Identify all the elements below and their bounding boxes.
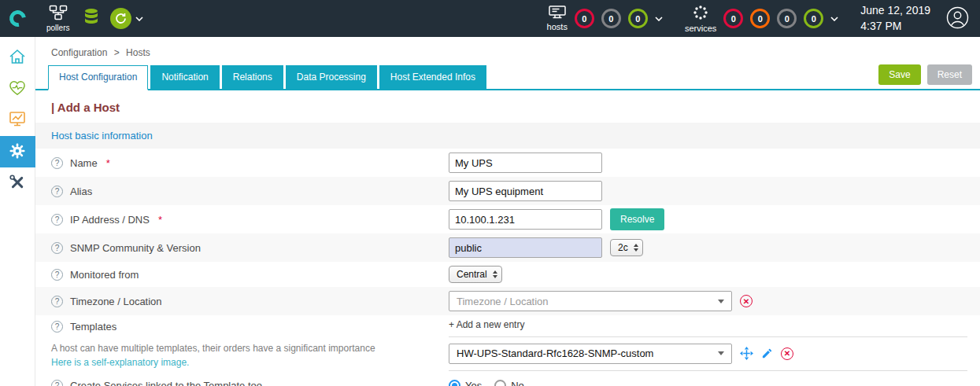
delete-circle-icon[interactable]: ✕ <box>740 295 753 307</box>
user-icon <box>946 6 969 31</box>
snmp-version-value: 2c <box>618 242 628 253</box>
required-asterisk: * <box>158 214 162 226</box>
templates-note: A host can have multiple templates, thei… <box>51 341 375 369</box>
services-unknown-badge[interactable]: 0 <box>777 9 797 28</box>
monitored-from-value: Central <box>457 269 487 280</box>
alias-label: Alias <box>70 186 92 197</box>
hosts-status-group: hosts 0 0 0 <box>547 6 663 31</box>
help-icon[interactable]: ? <box>51 186 63 197</box>
form-row-template-entry: A host can have multiple templates, thei… <box>35 337 980 373</box>
pencil-icon[interactable] <box>761 347 773 359</box>
sync-icon <box>110 8 131 29</box>
services-status-group: services 0 0 0 0 <box>685 5 838 33</box>
templates-label: Templates <box>70 321 116 333</box>
tab-host-extended-infos[interactable]: Host Extended Infos <box>379 65 486 89</box>
help-icon[interactable]: ? <box>51 380 63 386</box>
monitored-from-select[interactable]: Central <box>449 266 502 283</box>
database-icon <box>83 8 99 29</box>
centreon-logo[interactable] <box>0 0 35 37</box>
home-icon <box>9 49 26 67</box>
sidebar-item-reporting[interactable] <box>0 105 35 136</box>
help-icon[interactable]: ? <box>51 157 63 169</box>
name-input[interactable] <box>449 153 602 173</box>
hosts-unreachable-badge[interactable]: 0 <box>601 9 621 28</box>
hosts-menu-button[interactable]: hosts <box>547 6 568 31</box>
help-icon[interactable]: ? <box>51 321 63 333</box>
monitored-from-label: Monitored from <box>70 269 139 281</box>
radio-yes-label: Yes <box>465 380 482 386</box>
sidebar-item-monitoring[interactable] <box>0 73 35 105</box>
sidebar <box>0 37 35 386</box>
radio-no-label: No <box>511 380 524 386</box>
ip-label: IP Address / DNS <box>70 214 150 226</box>
tab-data-processing[interactable]: Data Processing <box>286 65 377 89</box>
move-icon[interactable] <box>740 347 753 360</box>
snmp-community-input[interactable] <box>449 237 602 258</box>
radio-selected-icon <box>449 380 460 386</box>
tab-notification[interactable]: Notification <box>150 65 219 89</box>
sidebar-item-administration[interactable] <box>0 167 35 199</box>
chevron-down-icon <box>135 17 143 21</box>
sync-status-button[interactable] <box>110 8 143 29</box>
page-title: | Add a Host <box>35 90 980 123</box>
centreon-logo-mark <box>6 7 29 30</box>
tab-bar: Host Configuration Notification Relation… <box>35 64 980 90</box>
breadcrumb-hosts[interactable]: Hosts <box>126 47 150 58</box>
add-template-entry-link[interactable]: + Add a new entry <box>449 319 524 330</box>
template-value: HW-UPS-Standard-Rfc1628-SNMP-custom <box>457 347 653 359</box>
chevron-down-icon <box>718 300 724 303</box>
sidebar-item-configuration[interactable] <box>0 136 35 167</box>
help-icon[interactable]: ? <box>51 296 63 307</box>
templates-note-link[interactable]: Here is a self-explanatory image. <box>51 357 189 368</box>
reset-button[interactable]: Reset <box>927 64 972 85</box>
create-services-label: Create Services linked to the Template t… <box>70 380 262 386</box>
chevron-down-icon[interactable] <box>830 17 838 21</box>
breadcrumb-configuration[interactable]: Configuration <box>51 47 107 58</box>
form-row-timezone: ? Timezone / Location Timezone / Locatio… <box>35 287 980 315</box>
delete-circle-icon[interactable]: ✕ <box>781 347 793 360</box>
resolve-button[interactable]: Resolve <box>610 208 664 230</box>
hosts-down-badge[interactable]: 0 <box>575 9 594 28</box>
gear-icon <box>9 143 25 161</box>
tab-host-configuration[interactable]: Host Configuration <box>48 65 148 90</box>
services-critical-badge[interactable]: 0 <box>723 9 743 28</box>
form-row-ip: ? IP Address / DNS * Resolve <box>35 205 980 233</box>
template-combobox[interactable]: HW-UPS-Standard-Rfc1628-SNMP-custom <box>449 344 732 364</box>
form-row-alias: ? Alias <box>35 177 980 205</box>
help-icon[interactable]: ? <box>51 269 63 281</box>
services-warning-badge[interactable]: 0 <box>750 9 770 28</box>
help-icon[interactable]: ? <box>51 242 63 254</box>
create-services-radio-group: Yes No <box>449 380 524 386</box>
form-row-create-services: ? Create Services linked to the Template… <box>35 373 980 386</box>
pollers-button[interactable]: pollers <box>46 5 69 32</box>
user-menu-button[interactable] <box>946 6 969 31</box>
pollers-label: pollers <box>46 24 69 32</box>
chevron-down-icon[interactable] <box>655 17 663 21</box>
templates-note-text: A host can have multiple templates, thei… <box>51 343 375 354</box>
timezone-placeholder: Timezone / Location <box>457 296 549 307</box>
radio-yes[interactable]: Yes <box>449 380 482 386</box>
database-status-button[interactable] <box>83 8 99 29</box>
form-row-templates: ? Templates + Add a new entry <box>35 315 980 337</box>
wrench-icon <box>9 175 25 193</box>
alias-input[interactable] <box>449 181 602 201</box>
ip-input[interactable] <box>449 209 602 230</box>
hosts-up-badge[interactable]: 0 <box>628 9 648 28</box>
timezone-combobox[interactable]: Timezone / Location <box>449 291 732 311</box>
services-icon <box>693 5 708 22</box>
save-button[interactable]: Save <box>878 64 920 85</box>
current-time: 4:37 PM <box>860 19 930 35</box>
tab-relations[interactable]: Relations <box>222 65 283 89</box>
services-menu-button[interactable]: services <box>685 5 716 33</box>
name-label: Name <box>70 157 98 169</box>
services-ok-badge[interactable]: 0 <box>804 9 823 28</box>
help-icon[interactable]: ? <box>51 214 63 226</box>
sidebar-item-home[interactable] <box>0 42 35 73</box>
required-asterisk: * <box>106 157 110 169</box>
snmp-version-select[interactable]: 2c <box>610 239 643 256</box>
radio-no[interactable]: No <box>494 380 524 386</box>
heartbeat-icon <box>9 80 26 98</box>
chart-icon <box>9 112 25 130</box>
topbar: pollers <box>0 0 980 37</box>
services-label: services <box>685 24 716 33</box>
